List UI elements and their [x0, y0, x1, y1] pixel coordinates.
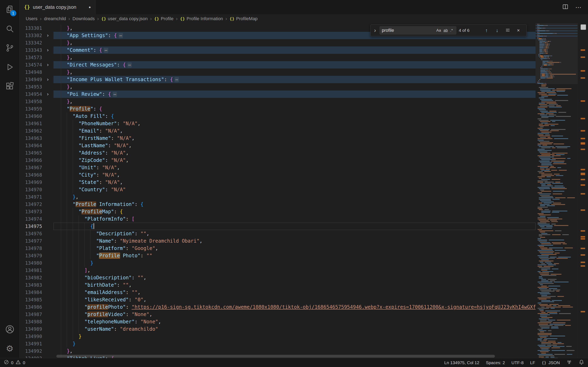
code-line[interactable]: 134983"birthDate": "",: [20, 281, 536, 289]
code-line[interactable]: 133342},: [20, 39, 536, 47]
code-line[interactable]: 134980}: [20, 259, 536, 267]
code-line[interactable]: 134988"telephoneNumber": "None",: [20, 318, 536, 325]
fold-chevron-icon[interactable]: ›: [42, 47, 53, 54]
code-line[interactable]: 134991}: [20, 340, 536, 347]
find-input[interactable]: profile Aa ab .*: [380, 26, 456, 34]
code-line[interactable]: 134960"Auto Fill": {: [20, 113, 536, 120]
code-line[interactable]: 134948},: [20, 68, 536, 76]
minimap-slider[interactable]: [536, 23, 578, 84]
code-line[interactable]: 134975{: [20, 223, 536, 230]
regex-toggle[interactable]: .*: [449, 28, 454, 33]
eol-indicator[interactable]: LF: [530, 360, 535, 365]
account-icon[interactable]: [0, 320, 20, 339]
code-line[interactable]: 134969"State": "N/A",: [20, 179, 536, 186]
run-debug-icon[interactable]: [0, 58, 20, 77]
code-line[interactable]: 134958},: [20, 98, 536, 105]
code-line[interactable]: 134962"Email": "N/A",: [20, 127, 536, 134]
extensions-icon[interactable]: [0, 77, 20, 96]
fold-chevron-icon[interactable]: ›: [42, 32, 53, 39]
code-line[interactable]: 133343›"Comment": {⋯: [20, 47, 536, 54]
code-line[interactable]: 134974"PlatformInfo": [: [20, 215, 536, 223]
code-line[interactable]: 134992},: [20, 347, 536, 355]
code-line[interactable]: 134966"ZipCode": "N/A",: [20, 157, 536, 164]
code-line[interactable]: 134981],: [20, 267, 536, 274]
cursor-position-indicator[interactable]: Ln 134975, Col 12: [444, 360, 479, 365]
text-cursor: [94, 223, 94, 229]
tab-user-data-copy-json[interactable]: {} user_data copy.json ●: [20, 0, 95, 14]
find-in-selection-button[interactable]: [504, 26, 512, 34]
code-line[interactable]: 134972"Profile Information": {: [20, 201, 536, 208]
code-line[interactable]: 134968"City": "N/A",: [20, 171, 536, 179]
close-find-button[interactable]: ×: [514, 26, 522, 34]
search-icon[interactable]: [0, 19, 20, 38]
code-line[interactable]: 134990}: [20, 333, 536, 340]
line-number: 134959: [20, 105, 42, 113]
breadcrumb-item[interactable]: Users: [26, 16, 37, 21]
line-content: },: [53, 83, 536, 91]
object-braces-icon: {}: [101, 16, 106, 21]
code-line[interactable]: 134964"LastName": "N/A",: [20, 142, 536, 149]
settings-gear-icon[interactable]: ⚙: [0, 339, 20, 358]
indentation-indicator[interactable]: Spaces: 2: [486, 360, 505, 365]
code-line[interactable]: 134970"Country": "N/A": [20, 186, 536, 193]
source-control-icon[interactable]: [0, 38, 20, 58]
breadcrumb-item[interactable]: dreamchild: [44, 16, 66, 21]
match-case-toggle[interactable]: Aa: [435, 28, 442, 33]
object-braces-icon: {}: [229, 16, 234, 21]
breadcrumb-separator-icon: ›: [225, 16, 227, 22]
breadcrumb-item[interactable]: {}ProfileMap: [229, 16, 258, 21]
encoding-indicator[interactable]: UTF-8: [511, 360, 524, 365]
language-mode-indicator[interactable]: {} JSON: [542, 360, 560, 365]
split-editor-icon[interactable]: [562, 4, 568, 11]
breadcrumb-item[interactable]: {}Profile: [154, 16, 173, 21]
code-line[interactable]: 134971},: [20, 193, 536, 201]
breadcrumb-item[interactable]: {}Profile Information: [180, 16, 223, 21]
code-line[interactable]: 134961"PhoneNumber": "N/A",: [20, 120, 536, 127]
minimap[interactable]: [536, 23, 578, 358]
code-line[interactable]: 134949›"Income Plus Wallet Transactions"…: [20, 76, 536, 83]
code-line[interactable]: 134978"Platform": "Google",: [20, 245, 536, 252]
code-line[interactable]: 134959"Profile": {: [20, 105, 536, 113]
breadcrumb-item[interactable]: Downloads: [72, 16, 95, 21]
modified-dot-icon[interactable]: ●: [89, 5, 91, 9]
line-number: 134968: [20, 171, 42, 179]
code-line[interactable]: 134979"Profile Photo": "": [20, 252, 536, 259]
fold-chevron-icon[interactable]: ›: [42, 76, 53, 83]
line-number: 134980: [20, 259, 42, 267]
line-number: 134984: [20, 289, 42, 296]
code-line[interactable]: 134954›"Poi Review": {⋯: [20, 91, 536, 98]
notifications-bell-icon[interactable]: [579, 359, 584, 366]
breadcrumb-separator-icon: ›: [150, 16, 152, 22]
problems-indicator[interactable]: 0 0: [4, 359, 25, 366]
remote-broadcast-icon[interactable]: [566, 359, 572, 366]
code-line[interactable]: 134976"Description": "",: [20, 230, 536, 237]
whole-word-toggle[interactable]: ab: [442, 28, 449, 33]
code-line[interactable]: 134965"Address": "N/A",: [20, 149, 536, 157]
line-content: "Direct Messages": {⋯: [53, 61, 536, 68]
code-line[interactable]: 134967"Unit": "N/A",: [20, 164, 536, 171]
code-line[interactable]: 134573},: [20, 54, 536, 61]
fold-chevron-icon[interactable]: ›: [42, 61, 53, 68]
code-line[interactable]: 134989"userName": "dreamchildo": [20, 325, 536, 333]
code-line[interactable]: 134984"emailAddress": "",: [20, 289, 536, 296]
line-number: 134948: [20, 68, 42, 76]
code-line[interactable]: 134987"profileVideo": "None",: [20, 311, 536, 318]
code-line[interactable]: 134986"profilePhoto": "https://p16-sign-…: [20, 303, 536, 311]
code-line[interactable]: 134977"Name": "Nyimeate Dreamchild Obari…: [20, 237, 536, 245]
breadcrumb-item[interactable]: {}user_data copy.json: [101, 16, 148, 21]
explorer-icon[interactable]: 1: [0, 0, 20, 19]
overview-ruler[interactable]: [578, 23, 588, 358]
horizontal-scrollbar[interactable]: [56, 355, 495, 358]
code-line[interactable]: 134982"bioDescription": "",: [20, 274, 536, 281]
previous-match-button[interactable]: ↑: [483, 26, 491, 34]
code-area[interactable]: 133301},133302›"App Settings": {⋯133342}…: [20, 23, 536, 358]
next-match-button[interactable]: ↓: [493, 26, 501, 34]
more-actions-icon[interactable]: ⋯: [575, 4, 582, 11]
code-line[interactable]: 134574›"Direct Messages": {⋯: [20, 61, 536, 68]
code-line[interactable]: 134963"FirstName": "N/A",: [20, 134, 536, 142]
code-line[interactable]: 134985"likesReceived": "0",: [20, 296, 536, 303]
code-line[interactable]: 134973"ProfileMap": {: [20, 208, 536, 215]
fold-chevron-icon[interactable]: ›: [42, 91, 53, 98]
toggle-replace-chevron-icon[interactable]: ›: [373, 27, 377, 34]
code-line[interactable]: 134953},: [20, 83, 536, 91]
